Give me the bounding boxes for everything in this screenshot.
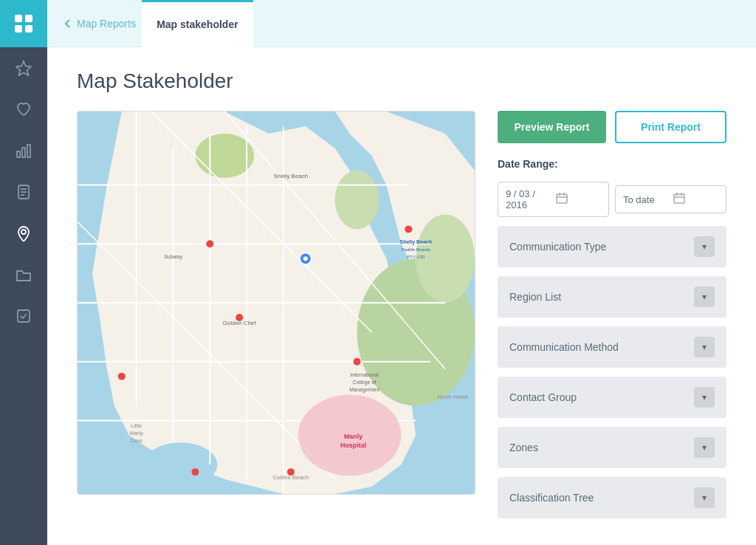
- svg-point-21: [195, 134, 254, 178]
- region-list-label: Region List: [509, 291, 561, 303]
- calendar-to-icon[interactable]: [673, 192, 719, 207]
- svg-rect-62: [557, 194, 567, 203]
- region-list-dropdown[interactable]: Region List: [498, 276, 726, 318]
- svg-text:Management: Management: [349, 387, 379, 393]
- communication-type-label: Communication Type: [509, 241, 606, 253]
- chevron-down-icon: [702, 493, 707, 503]
- content-row: Shelly Beach Shelly Beach Paddle Boards …: [77, 111, 726, 523]
- svg-text:Manly: Manly: [129, 431, 143, 436]
- svg-marker-4: [16, 61, 31, 75]
- svg-text:Manly: Manly: [344, 433, 362, 440]
- sidebar-item-checklist[interactable]: [0, 295, 47, 337]
- svg-point-58: [191, 468, 199, 476]
- sidebar-item-folder[interactable]: [0, 254, 47, 295]
- svg-text:Shelly Beach: Shelly Beach: [274, 173, 308, 179]
- classification-tree-dropdown[interactable]: Classification Tree: [498, 477, 726, 518]
- zones-arrow: [694, 437, 715, 458]
- chevron-down-icon: [702, 292, 707, 302]
- topbar-tabs: Map stakeholder: [142, 0, 252, 47]
- svg-point-61: [206, 240, 213, 247]
- svg-point-54: [303, 256, 308, 261]
- chevron-down-icon: [702, 392, 707, 402]
- svg-rect-5: [17, 151, 20, 157]
- classification-tree-label: Classification Tree: [509, 492, 594, 504]
- communication-type-arrow: [694, 236, 715, 257]
- region-list-arrow: [694, 287, 715, 307]
- svg-rect-7: [27, 145, 30, 157]
- back-button[interactable]: Map Reports: [62, 18, 136, 30]
- app-logo[interactable]: [0, 0, 47, 47]
- contact-group-label: Contact Group: [509, 391, 577, 403]
- zones-label: Zones: [509, 442, 538, 453]
- svg-rect-2: [15, 25, 22, 32]
- svg-rect-13: [18, 310, 30, 322]
- svg-point-55: [236, 314, 243, 321]
- contact-group-arrow: [694, 387, 715, 408]
- date-row: 9 / 03 / 2016 To date: [498, 182, 726, 217]
- print-report-button[interactable]: Print Report: [615, 111, 726, 143]
- svg-text:Shelly Beach: Shelly Beach: [400, 239, 432, 245]
- chevron-down-icon: [702, 442, 707, 453]
- svg-point-17: [144, 442, 218, 487]
- back-label: Map Reports: [77, 18, 136, 30]
- communication-type-dropdown[interactable]: Communication Type: [498, 226, 726, 267]
- svg-text:Paddle Boards: Paddle Boards: [402, 247, 430, 252]
- svg-rect-66: [674, 194, 684, 203]
- communication-method-arrow: [694, 337, 715, 357]
- tab-map-stakeholder[interactable]: Map stakeholder: [142, 0, 252, 47]
- svg-rect-1: [25, 15, 32, 22]
- svg-text:PTY LTD: PTY LTD: [407, 255, 425, 259]
- svg-point-20: [335, 171, 379, 230]
- sidebar-item-location[interactable]: [0, 213, 47, 254]
- svg-point-57: [287, 468, 295, 476]
- date-from-input[interactable]: 9 / 03 / 2016: [498, 182, 609, 217]
- svg-point-59: [118, 373, 126, 380]
- svg-rect-3: [25, 25, 32, 32]
- classification-tree-arrow: [694, 487, 715, 508]
- contact-group-dropdown[interactable]: Contact Group: [498, 377, 726, 418]
- svg-text:Hospital: Hospital: [340, 442, 366, 449]
- date-to-value: To date: [623, 194, 669, 205]
- svg-text:Subway: Subway: [164, 254, 182, 260]
- sidebar-item-heart[interactable]: [0, 89, 47, 130]
- svg-text:Cove: Cove: [131, 438, 142, 443]
- topbar: Map Reports Map stakeholder: [47, 0, 756, 47]
- svg-rect-0: [15, 15, 22, 22]
- sidebar: [0, 0, 47, 545]
- zones-dropdown[interactable]: Zones: [498, 427, 726, 468]
- right-panel: Preview Report Print Report Date Range: …: [498, 111, 726, 523]
- main-content: Map Stakeholder: [47, 47, 756, 545]
- date-to-input[interactable]: To date: [615, 185, 726, 213]
- date-from-value: 9 / 03 / 2016: [506, 188, 551, 210]
- communication-method-dropdown[interactable]: Communication Method: [498, 326, 726, 368]
- svg-point-56: [354, 358, 361, 366]
- svg-text:Little: Little: [131, 423, 142, 428]
- communication-method-label: Communication Method: [509, 341, 619, 353]
- svg-rect-6: [22, 148, 25, 157]
- page-title: Map Stakeholder: [77, 69, 726, 93]
- sidebar-item-star[interactable]: [0, 47, 47, 89]
- svg-text:North Head: North Head: [438, 394, 468, 400]
- button-row: Preview Report Print Report: [498, 111, 726, 143]
- svg-point-12: [21, 230, 26, 234]
- date-range-label: Date Range:: [498, 158, 726, 170]
- map-container[interactable]: Shelly Beach Shelly Beach Paddle Boards …: [77, 111, 475, 495]
- chevron-down-icon: [702, 241, 707, 252]
- svg-text:College of: College of: [353, 380, 376, 385]
- preview-report-button[interactable]: Preview Report: [498, 111, 606, 143]
- svg-text:International: International: [350, 372, 379, 377]
- sidebar-item-document[interactable]: [0, 171, 47, 213]
- calendar-from-icon[interactable]: [556, 192, 602, 207]
- sidebar-item-chart[interactable]: [0, 130, 47, 171]
- chevron-down-icon: [702, 342, 707, 352]
- svg-point-60: [405, 225, 412, 233]
